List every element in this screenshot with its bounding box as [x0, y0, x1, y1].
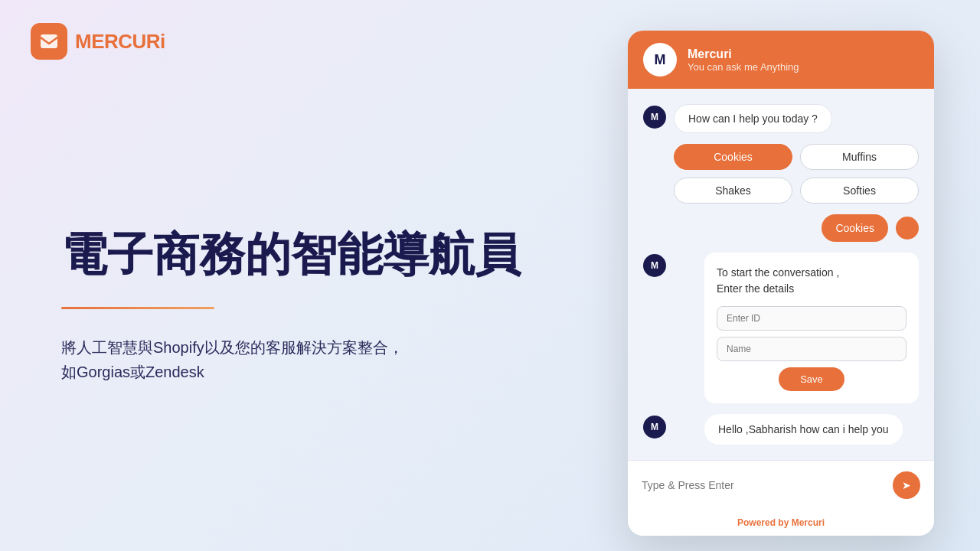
bot-avatar-2: M — [643, 254, 666, 277]
send-icon: ➤ — [902, 479, 911, 491]
hello-bubble: Hello ,Sabharish how can i help you — [704, 414, 903, 445]
chat-widget: M Mercuri You can ask me Anything M How … — [628, 31, 934, 536]
chat-body: M How can I help you today ? Cookies Muf… — [628, 89, 934, 460]
option-shakes[interactable]: Shakes — [674, 178, 792, 204]
chat-input-bar: ➤ — [628, 460, 934, 510]
send-button[interactable]: ➤ — [893, 471, 920, 499]
hello-message-row: M Hello ,Sabharish how can i help you — [643, 414, 919, 445]
option-softies[interactable]: Softies — [800, 178, 919, 204]
chat-text-input[interactable] — [642, 479, 885, 491]
bot-avatar-3: M — [643, 416, 666, 439]
option-muffins[interactable]: Muffins — [800, 144, 919, 170]
form-card: To start the conversation , Enter the de… — [704, 253, 919, 403]
logo-icon — [31, 23, 67, 60]
name-input[interactable] — [717, 337, 906, 361]
email-input[interactable] — [717, 306, 906, 331]
svg-rect-0 — [41, 34, 57, 48]
logo-text: MERCURi — [75, 30, 165, 54]
question-message-row: M How can I help you today ? — [643, 104, 919, 133]
chat-header-name: Mercuri — [688, 47, 799, 61]
right-panel: M Mercuri You can ask me Anything M How … — [628, 31, 934, 536]
logo: MERCURi — [31, 23, 165, 60]
powered-by: Powered by Mercuri — [628, 510, 934, 536]
question-bubble: How can I help you today ? — [674, 104, 832, 133]
options-grid: Cookies Muffins Shakes Softies — [674, 144, 919, 204]
user-reply-row: Cookies — [643, 214, 919, 242]
save-button-container: Save — [717, 367, 906, 391]
form-card-text: To start the conversation , Enter the de… — [717, 265, 906, 297]
user-reply-bubble: Cookies — [822, 214, 888, 242]
form-message-row: M To start the conversation , Enter the … — [643, 253, 919, 403]
chat-header-info: Mercuri You can ask me Anything — [688, 47, 799, 73]
chat-header-subtitle: You can ask me Anything — [688, 61, 799, 73]
option-cookies[interactable]: Cookies — [674, 144, 792, 170]
chat-header: M Mercuri You can ask me Anything — [628, 31, 934, 89]
chat-header-avatar: M — [643, 43, 677, 77]
main-heading: 電子商務的智能導航員 — [61, 228, 567, 281]
left-panel: 電子商務的智能導航員 將人工智慧與Shopify以及您的客服解決方案整合，如Go… — [0, 121, 628, 430]
user-dot — [896, 217, 919, 240]
sub-text: 將人工智慧與Shopify以及您的客服解決方案整合，如Gorgias或Zende… — [61, 335, 413, 384]
bot-avatar-1: M — [643, 106, 666, 129]
divider-line — [61, 307, 214, 309]
save-button[interactable]: Save — [779, 367, 844, 391]
